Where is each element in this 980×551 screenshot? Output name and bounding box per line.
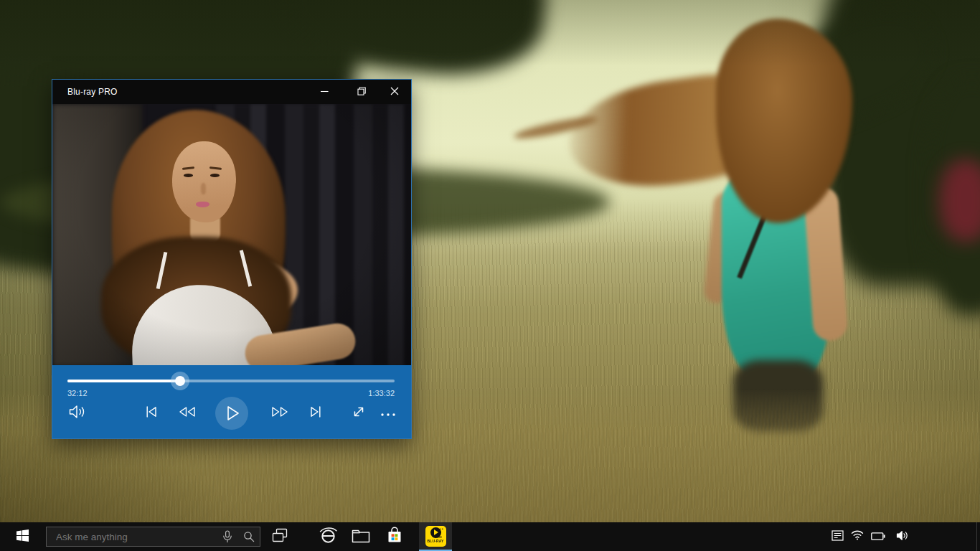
video-frame[interactable] bbox=[52, 104, 411, 367]
cortana-search-box[interactable] bbox=[46, 527, 260, 547]
fullscreen-button[interactable] bbox=[351, 404, 367, 423]
search-icon[interactable] bbox=[238, 531, 260, 542]
more-options-button[interactable] bbox=[380, 407, 396, 420]
elapsed-time: 32:12 bbox=[67, 389, 88, 397]
close-icon bbox=[390, 85, 399, 98]
rewind-button[interactable] bbox=[178, 403, 197, 423]
task-view-icon bbox=[272, 528, 288, 546]
titlebar[interactable]: Blu-ray PRO bbox=[52, 80, 411, 104]
volume-tray-icon bbox=[896, 530, 909, 544]
action-center-button[interactable] bbox=[826, 522, 848, 551]
restore-button[interactable] bbox=[345, 80, 378, 104]
taskbar-app-file-explorer[interactable] bbox=[345, 522, 377, 551]
internet-explorer-icon bbox=[319, 526, 338, 547]
window-title: Blu-ray PRO bbox=[67, 87, 118, 97]
fast-forward-icon bbox=[270, 403, 289, 423]
seek-thumb[interactable] bbox=[175, 376, 185, 386]
seek-fill bbox=[67, 380, 180, 382]
rewind-icon bbox=[178, 403, 197, 423]
previous-icon bbox=[143, 403, 160, 423]
play-icon bbox=[223, 404, 240, 423]
taskbar-app-microsoft-store[interactable] bbox=[379, 522, 410, 551]
start-button[interactable] bbox=[0, 522, 44, 551]
seek-bar[interactable] bbox=[67, 380, 395, 382]
next-button[interactable] bbox=[307, 403, 324, 423]
volume-button[interactable] bbox=[68, 404, 87, 423]
bluray-pro-window: Blu-ray PRO bbox=[52, 79, 412, 439]
file-explorer-icon bbox=[352, 527, 370, 546]
volume-tray-button[interactable] bbox=[892, 522, 913, 551]
blu-ray-pro-icon: ••• PRO BLU-RAY bbox=[425, 526, 446, 547]
blu-ray-pro-sub: PRO bbox=[436, 536, 442, 539]
play-button[interactable] bbox=[215, 397, 248, 430]
battery-button[interactable] bbox=[867, 522, 889, 551]
minimize-icon bbox=[321, 85, 329, 98]
restore-icon bbox=[357, 85, 366, 98]
fast-forward-button[interactable] bbox=[270, 403, 289, 423]
blu-ray-icon-dots: ••• bbox=[437, 528, 443, 530]
minimize-button[interactable] bbox=[308, 80, 341, 104]
microsoft-store-icon bbox=[386, 527, 403, 547]
video-vignette bbox=[52, 104, 411, 367]
taskbar-app-blu-ray-pro-active[interactable]: ••• PRO BLU-RAY bbox=[419, 522, 452, 551]
player-controls: 32:12 1:33:32 bbox=[52, 365, 411, 438]
total-time: 1:33:32 bbox=[368, 389, 395, 397]
taskbar: ••• PRO BLU-RAY bbox=[0, 522, 980, 551]
wifi-icon bbox=[851, 530, 864, 543]
task-view-button[interactable] bbox=[264, 522, 296, 551]
microphone-icon[interactable] bbox=[217, 530, 238, 543]
fullscreen-icon bbox=[351, 404, 367, 423]
search-input[interactable] bbox=[47, 532, 217, 542]
previous-button[interactable] bbox=[143, 403, 160, 423]
show-desktop-button[interactable] bbox=[976, 522, 980, 551]
wifi-button[interactable] bbox=[847, 522, 868, 551]
battery-icon bbox=[871, 530, 885, 543]
blu-ray-label: BLU-RAY bbox=[428, 539, 444, 542]
taskbar-app-internet-explorer[interactable] bbox=[312, 522, 344, 551]
desktop: Blu-ray PRO bbox=[0, 0, 980, 551]
wallpaper-red-flowers bbox=[939, 159, 980, 242]
close-button[interactable] bbox=[378, 80, 411, 104]
next-icon bbox=[307, 403, 324, 423]
volume-icon bbox=[68, 404, 87, 423]
more-icon bbox=[380, 407, 396, 420]
action-center-icon bbox=[831, 530, 844, 544]
windows-logo-icon bbox=[17, 529, 29, 545]
